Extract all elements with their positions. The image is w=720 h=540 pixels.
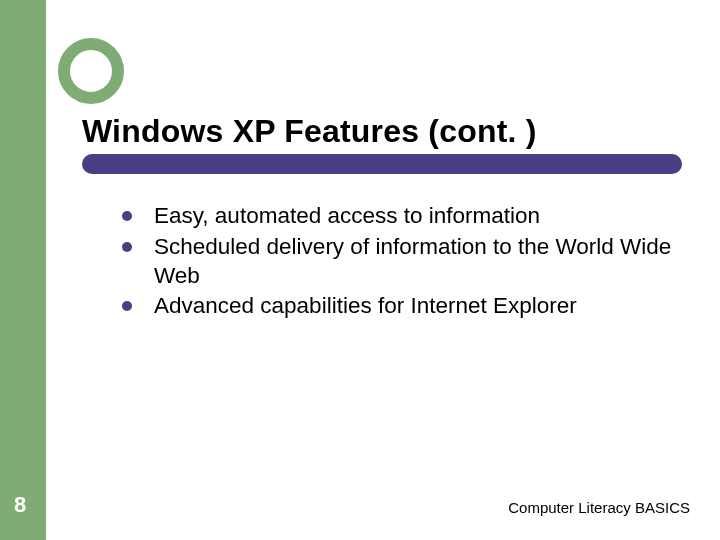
footer-text: Computer Literacy BASICS: [508, 499, 690, 516]
bullet-text: Advanced capabilities for Internet Explo…: [154, 292, 577, 321]
list-item: Advanced capabilities for Internet Explo…: [122, 292, 682, 321]
bullet-icon: [122, 242, 132, 252]
page-number: 8: [14, 492, 26, 518]
title-underline: [82, 154, 682, 174]
list-item: Scheduled delivery of information to the…: [122, 233, 682, 291]
bullet-icon: [122, 211, 132, 221]
ring-decoration: [58, 38, 124, 104]
bullet-text: Scheduled delivery of information to the…: [154, 233, 682, 291]
bullet-icon: [122, 301, 132, 311]
bullet-list: Easy, automated access to information Sc…: [122, 202, 682, 323]
sidebar-accent: [0, 0, 46, 540]
bullet-text: Easy, automated access to information: [154, 202, 540, 231]
slide-title: Windows XP Features (cont. ): [82, 113, 537, 150]
list-item: Easy, automated access to information: [122, 202, 682, 231]
